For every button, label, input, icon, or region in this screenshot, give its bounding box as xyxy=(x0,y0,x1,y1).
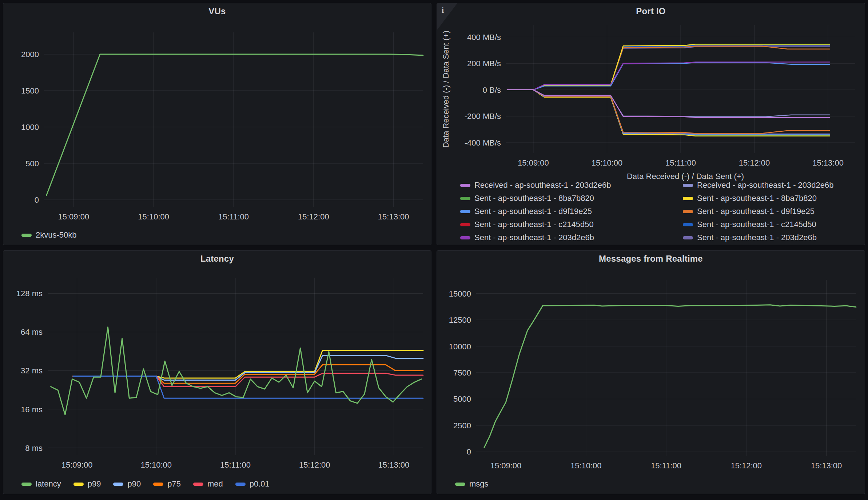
legend-label: Sent - ap-southeast-1 - 8ba7b820 xyxy=(697,194,817,203)
legend-swatch xyxy=(683,236,693,239)
panel-messages-title: Messages from Realtime xyxy=(599,254,703,264)
legend-item[interactable]: latency xyxy=(21,479,61,489)
y-tick-label: 1000 xyxy=(21,123,39,132)
series-latency xyxy=(51,327,422,415)
panel-latency-title: Latency xyxy=(200,254,234,264)
legend-swatch xyxy=(460,210,470,213)
x-tick-label: 15:09:00 xyxy=(518,158,549,167)
panel-latency: Latency 8 ms16 ms32 ms64 ms128 ms15:09:0… xyxy=(3,250,431,494)
series-Sent - ap-southeast-1 - 8ba7b820 xyxy=(507,44,829,90)
legend-item[interactable]: p75 xyxy=(153,479,181,489)
y-tick-label: 128 ms xyxy=(16,289,43,298)
legend-label: med xyxy=(207,479,223,489)
x-tick-label: 15:10:00 xyxy=(592,158,623,167)
series-Sent - ap-southeast-1 - c2145d50 xyxy=(507,46,829,90)
legend-item[interactable]: Sent - ap-southeast-1 - c2145d50 xyxy=(683,220,865,229)
x-tick-label: 15:11:00 xyxy=(651,461,681,470)
y-tick-label: 10000 xyxy=(449,342,471,351)
portio-svg: 400 MB/s200 MB/s0 B/s-200 MB/s-400 MB/s1… xyxy=(437,19,865,172)
legend-swatch xyxy=(455,483,465,486)
legend-label: p90 xyxy=(127,479,141,489)
panel-vus-title: VUs xyxy=(208,6,226,16)
x-tick-label: 15:11:00 xyxy=(220,460,251,469)
legend-label: Sent - ap-southeast-1 - c2145d50 xyxy=(697,220,816,229)
legend-item[interactable]: p0.01 xyxy=(235,479,270,489)
legend-swatch xyxy=(193,483,203,486)
y-tick-label: 8 ms xyxy=(25,444,43,453)
legend-swatch xyxy=(460,197,470,200)
legend-label: Received - ap-southeast-1 - 203d2e6b xyxy=(697,182,833,190)
messages-chart[interactable]: 025005000750010000125001500015:09:0015:1… xyxy=(437,267,865,474)
legend-item[interactable]: Sent - ap-southeast-1 - 203d2e6b xyxy=(460,233,683,242)
y-tick-label: -200 MB/s xyxy=(465,112,501,121)
legend-label: Sent - ap-southeast-1 - c2145d50 xyxy=(474,220,594,229)
vus-chart[interactable]: 050010001500200015:09:0015:10:0015:11:00… xyxy=(3,19,431,225)
legend-label: p0.01 xyxy=(250,479,270,489)
legend-item[interactable]: Sent - ap-southeast-1 - 8ba7b820 xyxy=(460,194,683,203)
panel-latency-header[interactable]: Latency xyxy=(3,251,431,267)
panel-messages: Messages from Realtime 02500500075001000… xyxy=(437,250,865,494)
series-Sent - ap-southeast-1 - d9f19e25 xyxy=(507,63,829,90)
x-tick-label: 15:10:00 xyxy=(570,461,602,470)
panel-vus-header[interactable]: VUs xyxy=(3,3,431,19)
y-tick-label: 7500 xyxy=(453,368,471,377)
legend-item[interactable]: Sent - ap-southeast-1 - 8ba7b820 xyxy=(683,194,865,203)
y-axis-label: Data Received (-) / Data Sent (+) xyxy=(441,31,450,148)
series-Sent - ap-southeast-1 - d9f19e25 xyxy=(507,46,829,90)
series-Sent - ap-southeast-1 - c2145d50 xyxy=(507,45,829,90)
legend-item[interactable]: Sent - ap-southeast-1 - d9f19e25 xyxy=(460,207,683,216)
series-2kvus-50kb xyxy=(47,54,423,195)
legend-item[interactable]: Sent - ap-southeast-1 - c2145d50 xyxy=(460,220,683,229)
legend-item[interactable]: 2kvus-50kb xyxy=(21,230,77,240)
latency-chart[interactable]: 8 ms16 ms32 ms64 ms128 ms15:09:0015:10:0… xyxy=(3,267,431,474)
series-Received - ap-southeast-1 - 203d2e6b xyxy=(507,90,829,117)
legend-item[interactable]: Sent - ap-southeast-1 - 203d2e6b xyxy=(683,233,865,242)
legend-label: latency xyxy=(36,479,61,489)
legend-swatch xyxy=(113,483,123,486)
x-tick-label: 15:11:00 xyxy=(665,158,696,167)
legend-item[interactable]: Received - ap-southeast-1 - 203d2e6b xyxy=(683,182,865,190)
legend-swatch xyxy=(73,483,84,486)
legend-label: Received - ap-southeast-1 - 203d2e6b xyxy=(474,182,611,190)
legend-swatch xyxy=(21,483,32,486)
legend-item[interactable]: p90 xyxy=(113,479,141,489)
legend-label: Sent - ap-southeast-1 - 8ba7b820 xyxy=(474,194,594,203)
portio-chart[interactable]: 400 MB/s200 MB/s0 B/s-200 MB/s-400 MB/s1… xyxy=(437,19,865,172)
legend-item[interactable]: p99 xyxy=(73,479,101,489)
panel-portio: i Port IO 400 MB/s200 MB/s0 B/s-200 MB/s… xyxy=(437,3,865,245)
series-Received - ap-southeast-1 - d9f19e25 xyxy=(507,90,829,134)
panel-portio-header[interactable]: Port IO xyxy=(437,3,865,19)
x-tick-label: 15:09:00 xyxy=(58,212,89,221)
y-tick-label: 32 ms xyxy=(21,366,43,375)
y-tick-label: 64 ms xyxy=(21,328,43,337)
legend-swatch xyxy=(235,483,246,486)
x-tick-label: 15:13:00 xyxy=(378,212,409,221)
x-tick-label: 15:13:00 xyxy=(378,460,410,469)
x-tick-label: 15:12:00 xyxy=(299,460,330,469)
legend-item[interactable]: Received - ap-southeast-1 - 203d2e6b xyxy=(460,182,683,190)
y-tick-label: 500 xyxy=(25,159,39,168)
panel-vus: VUs 050010001500200015:09:0015:10:0015:1… xyxy=(3,3,431,245)
legend-swatch xyxy=(460,236,470,239)
y-tick-label: 2500 xyxy=(453,421,471,430)
x-tick-label: 15:13:00 xyxy=(811,461,842,470)
legend-label: p75 xyxy=(167,479,181,489)
series-Received - ap-southeast-1 - 203d2e6b xyxy=(507,90,829,118)
messages-svg: 025005000750010000125001500015:09:0015:1… xyxy=(437,267,865,474)
y-tick-label: 2000 xyxy=(21,50,39,59)
panel-portio-title: Port IO xyxy=(636,6,665,16)
legend-item[interactable]: med xyxy=(193,479,223,489)
legend-swatch xyxy=(683,184,693,187)
x-tick-label: 15:13:00 xyxy=(812,158,844,167)
panel-messages-header[interactable]: Messages from Realtime xyxy=(437,251,865,267)
y-tick-label: 0 xyxy=(35,195,39,205)
latency-legend: latencyp99p90p75medp0.01 xyxy=(3,474,431,494)
legend-label: Sent - ap-southeast-1 - d9f19e25 xyxy=(474,207,592,216)
legend-item[interactable]: Sent - ap-southeast-1 - d9f19e25 xyxy=(683,207,865,216)
portio-legend: Received - ap-southeast-1 - 203d2e6bRece… xyxy=(437,182,865,245)
x-tick-label: 15:09:00 xyxy=(61,460,93,469)
legend-label: p99 xyxy=(88,479,101,489)
legend-swatch xyxy=(460,223,470,226)
legend-item[interactable]: msgs xyxy=(455,479,489,489)
x-tick-label: 15:12:00 xyxy=(730,461,762,470)
